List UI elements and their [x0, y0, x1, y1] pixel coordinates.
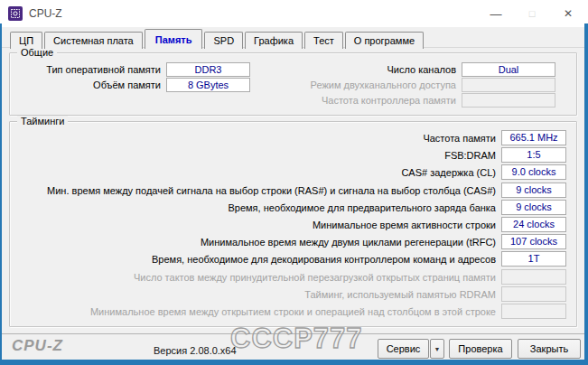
rdram-timing-label: Тайминг, используемый памятью RDRAM — [17, 289, 496, 300]
trcd-label: Минимальное время между открытием строки… — [17, 306, 496, 317]
fsb-dram-row: FSB:DRAM 1:5 — [17, 147, 566, 163]
tras-row: Минимальное время активности строки 24 c… — [17, 217, 566, 232]
fsb-dram-value: 1:5 — [501, 147, 566, 163]
cpuz-window: CPU-Z — □ ✕ ЦП Системная плата Память SP… — [0, 0, 588, 365]
tab-mainboard[interactable]: Системная плата — [44, 32, 143, 49]
uncore-freq-value — [462, 93, 555, 108]
cpuz-logo: CPU-Z — [12, 337, 63, 355]
tab-bench-label: Тест — [313, 35, 334, 46]
dc-mode-label: Режим двухканального доступа — [154, 80, 456, 90]
dc-mode-row: Режим двухканального доступа — [154, 77, 555, 92]
row-refresh-label: Число тактов между принудительной переза… — [17, 272, 496, 283]
fsb-dram-label: FSB:DRAM — [17, 150, 496, 161]
ras-to-cas-row: Мин. время между подачей сигнала на выбо… — [17, 182, 566, 198]
uncore-freq-label: Частота контроллера памяти — [154, 95, 456, 106]
close-button[interactable]: Закрыть — [518, 339, 581, 359]
window-title: CPU-Z — [29, 7, 62, 20]
ras-precharge-value: 9 clocks — [501, 200, 566, 215]
tab-memory[interactable]: Память — [145, 29, 203, 49]
window-border-right — [584, 23, 588, 365]
ras-precharge-label: Время, необходимое для предварительного … — [17, 202, 496, 213]
minimize-icon[interactable]: — — [478, 0, 514, 27]
service-button[interactable]: Сервис — [378, 339, 429, 359]
dc-mode-value — [462, 78, 555, 92]
memory-size-label: Объём памяти — [10, 80, 161, 90]
tab-about-label: О программе — [354, 35, 415, 46]
memory-type-label: Тип оперативной памяти — [10, 64, 161, 75]
trfc-label: Минимальное время между двумя циклами ре… — [17, 237, 496, 248]
command-rate-label: Время, необходимое для декодирования кон… — [17, 254, 496, 265]
tras-label: Минимальное время активности строки — [17, 220, 496, 230]
tab-memory-label: Память — [155, 34, 192, 45]
tab-spd[interactable]: SPD — [204, 32, 243, 49]
tab-cpu-label: ЦП — [19, 35, 33, 46]
cas-latency-label: CAS# задержка (CL) — [17, 167, 496, 178]
tab-bench[interactable]: Тест — [304, 32, 343, 49]
cpuz-app-icon — [8, 6, 23, 21]
general-right-column: Число каналов Dual Режим двухканального … — [154, 61, 555, 108]
window-border-bottom — [0, 360, 588, 365]
version-text: Версия 2.08.0.x64 — [154, 345, 237, 356]
tab-graphics-label: Графика — [254, 35, 294, 46]
trcd-value — [501, 304, 566, 319]
timings-group-title: Тайминги — [17, 116, 68, 127]
cas-latency-row: CAS# задержка (CL) 9.0 clocks — [17, 164, 566, 180]
ras-precharge-row: Время, необходимое для предварительного … — [17, 200, 566, 215]
titlebar: CPU-Z — □ ✕ — [0, 0, 588, 27]
validate-button[interactable]: Проверка — [449, 339, 512, 359]
tab-spd-label: SPD — [213, 35, 234, 46]
window-controls: — □ ✕ — [478, 0, 586, 27]
trfc-value: 107 clocks — [501, 234, 566, 249]
watermark-overlay: СССР777 — [230, 323, 363, 355]
trcd-row: Минимальное время между открытием строки… — [17, 304, 566, 319]
maximize-icon[interactable]: □ — [514, 0, 550, 27]
command-rate-value: 1T — [501, 251, 566, 267]
command-rate-row: Время, необходимое для декодирования кон… — [17, 251, 566, 267]
rdram-timing-row: Тайминг, используемый памятью RDRAM — [17, 286, 566, 302]
dram-frequency-row: Частота памяти 665.1 MHz — [17, 130, 566, 145]
service-dropdown-icon[interactable]: ▼ — [430, 339, 444, 359]
ras-to-cas-label: Мин. время между подачей сигнала на выбо… — [17, 185, 496, 196]
rdram-timing-value — [501, 286, 566, 302]
dram-frequency-value: 665.1 MHz — [501, 130, 566, 145]
tab-bar: ЦП Системная плата Память SPD Графика Те… — [10, 30, 425, 49]
tab-mainboard-label: Системная плата — [53, 35, 134, 46]
channels-label: Число каналов — [154, 64, 456, 75]
window-border-left — [0, 23, 2, 365]
row-refresh-value — [501, 269, 566, 285]
timings-groupbox: Тайминги Частота памяти 665.1 MHz FSB:DR… — [9, 121, 577, 327]
uncore-freq-row: Частота контроллера памяти — [154, 92, 555, 108]
channels-value: Dual — [462, 62, 555, 77]
tab-about[interactable]: О программе — [345, 32, 424, 49]
tab-graphics[interactable]: Графика — [245, 32, 303, 49]
tab-cpu[interactable]: ЦП — [10, 32, 42, 49]
close-icon[interactable]: ✕ — [550, 0, 586, 27]
row-refresh-row: Число тактов между принудительной переза… — [17, 269, 566, 285]
dram-frequency-label: Частота памяти — [17, 133, 496, 144]
tras-value: 24 clocks — [501, 217, 566, 232]
channels-row: Число каналов Dual — [154, 61, 555, 77]
cas-latency-value: 9.0 clocks — [501, 164, 566, 180]
general-groupbox: Общие Тип оперативной памяти DDR3 Объём … — [9, 52, 577, 116]
ras-to-cas-value: 9 clocks — [501, 182, 566, 198]
trfc-row: Минимальное время между двумя циклами ре… — [17, 234, 566, 249]
